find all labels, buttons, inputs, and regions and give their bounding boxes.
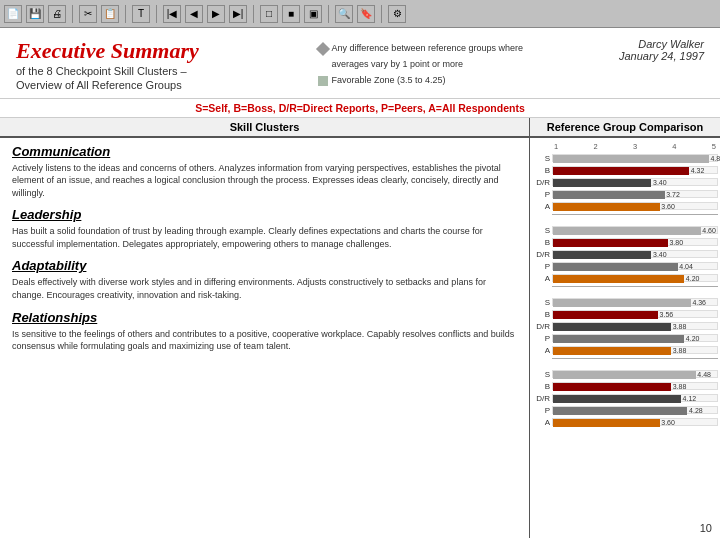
bar <box>553 263 678 271</box>
bar-container: 4.20 <box>552 274 718 282</box>
toolbar-icon-search[interactable]: 🔍 <box>335 5 353 23</box>
bar-container: 3.88 <box>552 382 718 390</box>
row-label: P <box>532 334 552 343</box>
toolbar-icon-first[interactable]: |◀ <box>163 5 181 23</box>
scale-3: 3 <box>633 142 637 151</box>
bar-container: 3.88 <box>552 346 718 354</box>
toolbar-icon-new[interactable]: 📄 <box>4 5 22 23</box>
row-label: D/R <box>532 178 552 187</box>
scale-2: 2 <box>593 142 597 151</box>
bar <box>553 383 671 391</box>
bar-container: 3.56 <box>552 310 718 318</box>
bar <box>553 239 668 247</box>
chart-column-header: Reference Group Comparison <box>530 118 720 136</box>
bar-container: 3.60 <box>552 202 718 210</box>
bar <box>553 335 684 343</box>
columns-header: Skill Clusters Reference Group Compariso… <box>0 118 720 138</box>
page-title: Executive Summary <box>16 38 310 64</box>
row-label: B <box>532 310 552 319</box>
bar <box>553 251 651 259</box>
page-subtitle-1: of the 8 Checkpoint Skill Clusters – <box>16 64 310 78</box>
bar-container: 3.80 <box>552 238 718 246</box>
chart-group-0: S4.80B4.32D/R3.40P3.72A3.60 <box>532 153 718 215</box>
bar-container: 4.60 <box>552 226 718 234</box>
row-label: D/R <box>532 250 552 259</box>
toolbar-icon-box2[interactable]: ■ <box>282 5 300 23</box>
bar-container: 4.28 <box>552 406 718 414</box>
scale-4: 4 <box>672 142 676 151</box>
report-date: January 24, 1997 <box>619 50 704 62</box>
toolbar-icon-box1[interactable]: □ <box>260 5 278 23</box>
bar-container: 4.04 <box>552 262 718 270</box>
chart-groups: S4.80B4.32D/R3.40P3.72A3.60S4.60B3.80D/R… <box>532 153 718 428</box>
chart-group-3: S4.48B3.88D/R4.12P4.28A3.60 <box>532 369 718 428</box>
chart-row: D/R3.88 <box>532 321 718 332</box>
row-label: P <box>532 406 552 415</box>
skill-text-leadership: Has built a solid foundation of trust by… <box>12 225 517 250</box>
bar <box>553 311 658 319</box>
bar <box>553 395 681 403</box>
toolbar-icon-print[interactable]: 🖨 <box>48 5 66 23</box>
chart-scale: 1 2 3 4 5 <box>532 142 718 153</box>
chart-row: D/R3.40 <box>532 177 718 188</box>
skill-relationships: Relationships Is sensitive to the feelin… <box>12 310 517 353</box>
chart-row: P4.20 <box>532 333 718 344</box>
chart-row: B3.80 <box>532 237 718 248</box>
bar <box>553 419 660 427</box>
toolbar-sep-3 <box>156 5 157 23</box>
toolbar-icon-text[interactable]: T <box>132 5 150 23</box>
toolbar-icon-copy[interactable]: 📋 <box>101 5 119 23</box>
subheader-text: S=Self, B=Boss, D/R=Direct Reports, P=Pe… <box>195 102 525 114</box>
toolbar-icon-settings[interactable]: ⚙ <box>388 5 406 23</box>
legend-item-2: Favorable Zone (3.5 to 4.25) <box>318 74 612 88</box>
skill-text-relationships: Is sensitive to the feelings of others a… <box>12 328 517 353</box>
bar-container: 4.36 <box>552 298 718 306</box>
row-label: B <box>532 166 552 175</box>
legend-text-2: Favorable Zone (3.5 to 4.25) <box>332 74 446 88</box>
bar <box>553 371 696 379</box>
chart-row: A3.88 <box>532 345 718 356</box>
toolbar-icon-next[interactable]: ▶ <box>207 5 225 23</box>
row-label: S <box>532 154 552 163</box>
skills-panel: Communication Actively listens to the id… <box>0 138 530 538</box>
bar-container: 3.72 <box>552 190 718 198</box>
row-label: B <box>532 238 552 247</box>
row-label: S <box>532 298 552 307</box>
toolbar-icon-save[interactable]: 💾 <box>26 5 44 23</box>
toolbar-icon-box3[interactable]: ▣ <box>304 5 322 23</box>
row-label: D/R <box>532 322 552 331</box>
toolbar-icon-last[interactable]: ▶| <box>229 5 247 23</box>
content-area: Communication Actively listens to the id… <box>0 138 720 538</box>
toolbar-sep-2 <box>125 5 126 23</box>
bar <box>553 275 684 283</box>
row-label: A <box>532 274 552 283</box>
toolbar-sep-5 <box>328 5 329 23</box>
skill-adaptability: Adaptability Deals effectively with dive… <box>12 258 517 301</box>
row-label: A <box>532 202 552 211</box>
header-legend: Any difference between reference groups … <box>310 38 620 94</box>
legend-item-1: Any difference between reference groups … <box>318 42 612 56</box>
legend-line1: Any difference between reference groups … <box>332 43 523 53</box>
bar <box>553 347 671 355</box>
chart-panel: 1 2 3 4 5 S4.80B4.32D/R3.40P3.72A3.60S4.… <box>530 138 720 538</box>
scale-1: 1 <box>554 142 558 151</box>
bar <box>553 407 687 415</box>
bar <box>553 155 709 163</box>
toolbar-icon-bookmark[interactable]: 🔖 <box>357 5 375 23</box>
row-label: P <box>532 190 552 199</box>
chart-row: A3.60 <box>532 417 718 428</box>
row-label: S <box>532 226 552 235</box>
group-separator <box>552 358 718 359</box>
bar-container: 4.20 <box>552 334 718 342</box>
row-label: A <box>532 346 552 355</box>
toolbar-icon-prev[interactable]: ◀ <box>185 5 203 23</box>
bar-container: 3.40 <box>552 250 718 258</box>
chart-group-2: S4.36B3.56D/R3.88P4.20A3.88 <box>532 297 718 359</box>
bar <box>553 179 651 187</box>
bar-container: 3.88 <box>552 322 718 330</box>
toolbar-icon-cut[interactable]: ✂ <box>79 5 97 23</box>
header-left: Executive Summary of the 8 Checkpoint Sk… <box>16 38 310 94</box>
toolbar-sep-4 <box>253 5 254 23</box>
bar <box>553 167 689 175</box>
row-label: B <box>532 382 552 391</box>
